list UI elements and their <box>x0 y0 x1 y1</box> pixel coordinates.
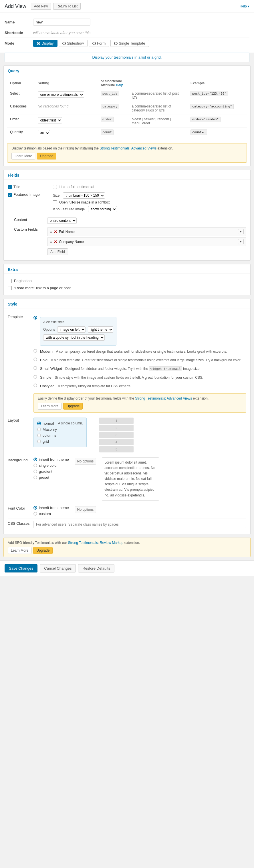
mode-single-template[interactable]: Single Template <box>110 40 149 47</box>
query-upgrade-button[interactable]: Upgrade <box>37 153 56 159</box>
bg-single-radio[interactable] <box>33 464 37 467</box>
featured-image-checkbox-label[interactable]: ✓ Featured Image <box>8 192 51 197</box>
add-new-button[interactable]: Add New <box>31 3 51 10</box>
query-banner-actions: Learn More Upgrade <box>11 153 243 159</box>
radio-dot-single <box>114 42 118 45</box>
layout-grid[interactable]: grid <box>37 439 83 443</box>
pagination-checkbox[interactable] <box>8 279 12 283</box>
layout-bar-2: 2 <box>99 425 134 431</box>
bg-gradient[interactable]: gradient <box>33 469 69 473</box>
no-featured-select[interactable]: show nothing <box>88 206 117 212</box>
seo-learn-button[interactable]: Learn More <box>8 547 31 554</box>
name-input[interactable] <box>33 19 90 26</box>
font-custom[interactable]: custom <box>33 512 69 516</box>
title-checkbox-label[interactable]: ✓ Title <box>8 185 51 189</box>
font-custom-radio[interactable] <box>33 512 37 516</box>
css-classes-input[interactable] <box>33 521 246 528</box>
featured-image-row: ✓ Featured Image Size thumbnail - 150 × … <box>8 191 246 216</box>
template-unstyled-radio[interactable] <box>33 383 37 387</box>
mode-display[interactable]: Display <box>33 40 57 47</box>
title-options: Link to full testimonial <box>53 185 246 189</box>
seo-banner-link[interactable]: Strong Testimonials: Review Markup <box>68 541 123 545</box>
bg-preset[interactable]: preset <box>33 475 69 479</box>
no-featured-label: If no Featured Image <box>53 207 85 211</box>
bg-inherit[interactable]: inherit from theme <box>33 457 69 462</box>
layout-normal-label: normal <box>43 421 54 426</box>
quote-select[interactable]: with a quote symbol in the heading <box>43 334 105 341</box>
template-default-radio[interactable] <box>33 316 37 319</box>
font-color-section: inherit from theme custom No options <box>33 505 246 516</box>
dropdown-2[interactable]: ▾ <box>238 239 244 244</box>
bg-inherit-radio[interactable] <box>33 458 37 461</box>
template-learn-button[interactable]: Learn More <box>38 403 61 409</box>
template-small-widget-radio[interactable] <box>33 366 37 370</box>
read-more-checkbox[interactable] <box>8 286 12 290</box>
title-link-checkbox[interactable] <box>53 185 57 189</box>
featured-image-checkbox[interactable]: ✓ <box>8 193 12 197</box>
bg-gradient-radio[interactable] <box>33 470 37 473</box>
bg-single[interactable]: single color <box>33 463 69 468</box>
shortcode-help-link[interactable]: Help <box>116 83 123 87</box>
layout-masonry[interactable]: Masonry <box>37 427 83 432</box>
mode-display-label: Display <box>41 41 54 45</box>
return-to-list-button[interactable]: Return To List <box>53 3 81 10</box>
image-position-select[interactable]: image on left <box>57 327 86 333</box>
table-row: Categories No categories found category … <box>7 102 247 115</box>
custom-field-name-2: Company Name <box>59 240 236 244</box>
layout-masonry-radio[interactable] <box>37 428 41 431</box>
select-input[interactable]: one or more testimonials <box>38 91 84 98</box>
theme-select[interactable]: light theme <box>88 327 113 333</box>
title-checkbox[interactable]: ✓ <box>8 185 12 189</box>
template-banner-link[interactable]: Strong Testimonials: Advanced Views <box>135 396 192 400</box>
mode-slideshow[interactable]: Slideshow <box>59 40 87 47</box>
layout-normal-radio[interactable] <box>37 422 41 425</box>
restore-defaults-button[interactable]: Restore Defaults <box>78 564 114 572</box>
css-classes-row: CSS Classes <box>8 519 246 530</box>
remove-btn-2[interactable]: ✕ <box>54 240 57 244</box>
font-color-row: Font Color inherit from theme custom <box>8 503 246 519</box>
col-header-option: Option <box>7 78 35 89</box>
font-inherit[interactable]: inherit from theme <box>33 505 69 510</box>
layout-grid-radio[interactable] <box>37 440 41 443</box>
add-field-button[interactable]: Add Field <box>47 248 68 255</box>
col-header-shortcode: or Shortcode Attribute Help <box>98 78 129 89</box>
name-label: Name <box>5 20 33 24</box>
template-upgrade-button[interactable]: Upgrade <box>63 403 83 409</box>
template-modern-radio[interactable] <box>33 349 37 353</box>
query-learn-more-button[interactable]: Learn More <box>11 153 35 159</box>
quantity-input[interactable]: all <box>38 130 50 136</box>
bg-section: inherit from theme single color gradient <box>33 457 246 501</box>
help-button[interactable]: Help ▾ <box>240 4 249 8</box>
query-banner-text: Display testimonials based on their rati… <box>11 146 99 150</box>
mode-form-label: Form <box>97 41 106 45</box>
seo-upgrade-button[interactable]: Upgrade <box>33 547 53 554</box>
drag-handle-1[interactable]: ≡ <box>50 229 52 234</box>
content-select[interactable]: entire content <box>47 217 77 224</box>
remove-btn-1[interactable]: ✕ <box>54 229 57 234</box>
template-simple-radio[interactable] <box>33 375 37 379</box>
query-section: Query Option Setting or Shortcode Attrib… <box>3 65 251 166</box>
title-link-checkbox-label[interactable]: Link to full testimonial <box>53 185 246 189</box>
save-changes-button[interactable]: Save Changes <box>5 564 37 572</box>
drag-handle-2[interactable]: ≡ <box>50 240 52 244</box>
size-select[interactable]: thumbnail - 150 × 150 <box>63 192 105 199</box>
layout-columns[interactable]: columns <box>37 433 83 438</box>
template-label: Template <box>8 314 33 319</box>
layout-columns-radio[interactable] <box>37 434 41 437</box>
template-unstyled: Unstyled A completely unstyled template … <box>33 382 246 391</box>
cancel-changes-button[interactable]: Cancel Changes <box>40 564 76 572</box>
layout-normal[interactable]: normal A single column. <box>37 421 83 426</box>
dropdown-1[interactable]: ▾ <box>238 229 244 235</box>
mode-form[interactable]: Form <box>89 40 109 47</box>
query-categories-example: category="accounting" <box>188 102 247 115</box>
bg-preset-radio[interactable] <box>33 475 37 479</box>
font-inherit-radio[interactable] <box>33 506 37 509</box>
query-categories-desc: a comma-separated list of category slugs… <box>129 102 188 115</box>
custom-field-item: ≡ ✕ Company Name ▾ <box>47 237 246 246</box>
query-banner-link[interactable]: Strong Testimonials: Advanced Views <box>100 146 157 150</box>
bg-radios: inherit from theme single color gradient <box>33 457 69 501</box>
template-bold-radio[interactable] <box>33 358 37 361</box>
order-input[interactable]: oldest first <box>38 117 62 123</box>
lightbox-checkbox[interactable] <box>53 200 57 204</box>
css-classes-label: CSS Classes <box>8 521 33 526</box>
